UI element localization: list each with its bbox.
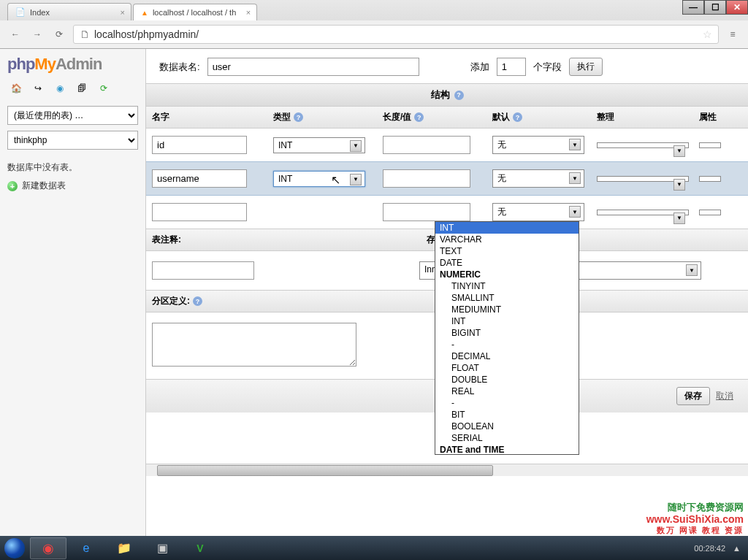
fields-label: 个字段 [533,61,562,74]
dropdown-option[interactable]: BIGINT [435,327,579,339]
back-button[interactable]: ← [7,26,23,42]
save-button[interactable]: 保存 [676,387,710,405]
dropdown-option[interactable]: BOOLEAN [435,421,579,432]
comment-input[interactable] [152,261,254,280]
window-maximize-button[interactable]: ☐ [704,0,726,15]
dropdown-option[interactable]: - [435,339,579,350]
chevron-down-icon: ▼ [686,264,698,276]
chevron-down-icon: ▼ [569,139,581,150]
plus-icon: + [7,181,18,191]
dropdown-option[interactable]: SERIAL [435,432,579,444]
go-button[interactable]: 执行 [569,58,603,76]
taskbar-chrome[interactable]: ◉ [30,537,66,559]
url-input[interactable]: 🗋 localhost/phpmyadmin/ ☆ [73,25,719,44]
field-type-select[interactable]: INT▼ [273,171,365,187]
dropdown-option[interactable]: BIT [435,409,579,421]
field-default-select[interactable]: 无▼ [492,203,584,221]
home-icon[interactable]: 🏠 [10,83,22,94]
close-icon[interactable]: × [246,8,251,17]
dropdown-option[interactable]: DATE [435,257,579,269]
browser-tab-1[interactable]: ▲ localhost / localhost / th × [133,4,257,20]
dropdown-option[interactable]: SMALLINT [435,292,579,304]
field-default-select[interactable]: 无▼ [492,169,584,188]
cancel-link[interactable]: 取消 [716,390,733,402]
dropdown-option[interactable]: REAL [435,386,579,397]
dropdown-option[interactable]: VARCHAR [435,234,579,245]
new-table-link[interactable]: + 新建数据表 [7,180,138,192]
help-icon[interactable]: ? [454,91,464,100]
field-collation-select[interactable]: ▼ [597,142,689,148]
column-headers: 名字 类型? 长度/值? 默认? 整理 属性 [146,107,748,129]
chevron-down-icon: ▼ [569,172,581,184]
horizontal-scrollbar[interactable] [146,464,748,476]
browser-tab-bar: 📄 Index × ▲ localhost / localhost / th ×… [0,0,748,20]
tab-title: Index [30,8,50,17]
recent-tables-select[interactable]: (最近使用的表) … [7,106,138,125]
dropdown-option[interactable]: INT [435,315,579,327]
logout-icon[interactable]: ↪ [32,83,44,94]
dropdown-option[interactable]: DOUBLE [435,374,579,386]
field-collation-select[interactable]: ▼ [597,210,689,215]
field-attr-select[interactable] [699,142,721,148]
database-select[interactable]: thinkphp [7,131,138,150]
chevron-down-icon: ▼ [673,179,685,191]
help-icon[interactable]: ? [414,112,424,122]
help-icon[interactable]: ? [193,296,202,306]
chevron-down-icon: ▼ [350,140,362,152]
header-type: 类型? [267,107,377,128]
url-text: localhost/phpmyadmin/ [94,28,199,40]
add-label: 添加 [470,61,489,74]
sidebar: phpMyAdmin 🏠 ↪ ◉ 🗐 ⟳ (最近使用的表) … thinkphp… [0,49,146,536]
forward-button[interactable]: → [29,26,45,42]
dropdown-option[interactable]: TEXT [435,245,579,257]
dropdown-option[interactable]: MEDIUMINT [435,304,579,315]
reload-button[interactable]: ⟳ [51,26,67,42]
field-attr-select[interactable] [699,210,721,215]
bookmark-icon[interactable]: ☆ [703,28,712,40]
taskbar-app[interactable]: ▣ [144,537,180,559]
dropdown-option[interactable]: - [435,397,579,409]
tray-icon[interactable]: ▲ [733,544,741,553]
field-name-input[interactable] [152,203,247,221]
taskbar-explorer[interactable]: 📁 [106,537,142,559]
add-count-input[interactable] [497,58,526,76]
docs-icon[interactable]: 🗐 [76,83,88,94]
browser-tab-0[interactable]: 📄 Index × [7,3,131,20]
start-button[interactable] [0,536,29,560]
tray-time: 00:28:42 [694,544,725,553]
partition-textarea[interactable] [152,323,356,367]
field-default-select[interactable]: 无▼ [492,136,584,154]
watermark: 随时下免费资源网 www.SuiShiXia.com 数万 网课 教程 资源 [646,502,744,535]
close-icon[interactable]: × [121,8,125,17]
field-collation-select[interactable]: ▼ [597,176,689,182]
query-icon[interactable]: ◉ [54,83,66,94]
dropdown-option[interactable]: DECIMAL [435,350,579,362]
field-length-input[interactable] [383,136,470,154]
scrollbar-thumb[interactable] [157,465,493,476]
type-dropdown-popup[interactable]: INTVARCHARTEXTDATENUMERICTINYINTSMALLINT… [435,221,579,455]
reload-icon[interactable]: ⟳ [98,83,110,94]
field-type-select[interactable]: INT▼ [273,137,365,153]
help-icon[interactable]: ? [294,112,303,122]
field-length-input[interactable] [383,203,470,221]
tab-favicon: 📄 [15,7,26,17]
field-name-input[interactable] [152,169,247,188]
structure-header: 结构 ? [146,83,748,107]
logo: phpMyAdmin [7,55,138,74]
dropdown-option: NUMERIC [435,269,579,280]
no-tables-message: 数据库中没有表。 [7,161,138,174]
dropdown-option[interactable]: TINYINT [435,280,579,292]
taskbar-vim[interactable]: V [182,537,218,559]
table-name-input[interactable] [207,58,419,76]
dropdown-option[interactable]: FLOAT [435,362,579,374]
tab-title: localhost / localhost / th [153,8,236,17]
help-icon[interactable]: ? [513,112,522,122]
window-minimize-button[interactable]: — [682,0,704,15]
menu-button[interactable]: ≡ [725,26,741,42]
field-name-input[interactable] [152,136,247,154]
field-length-input[interactable] [383,169,470,188]
dropdown-option[interactable]: INT [435,222,579,234]
field-attr-select[interactable] [699,176,721,182]
window-close-button[interactable]: ✕ [726,0,748,15]
taskbar-ie[interactable]: e [68,537,104,559]
